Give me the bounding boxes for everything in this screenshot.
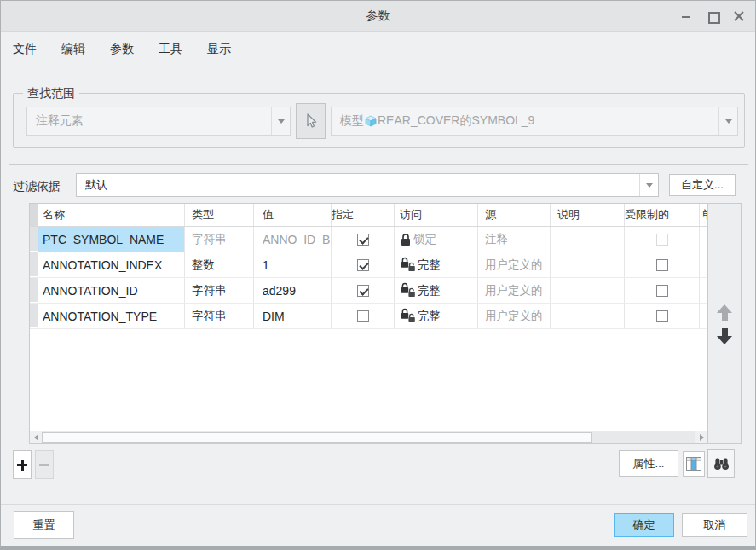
lock-pair-icon <box>400 257 416 273</box>
cell-access[interactable]: 完整 <box>395 304 478 328</box>
menu-item-4[interactable]: 显示 <box>207 42 231 57</box>
model-dropdown: 模型 REAR_COVER的SYMBOL_9 <box>331 107 738 136</box>
restricted-checkbox[interactable] <box>656 259 668 271</box>
cell-restricted <box>625 304 700 328</box>
cell-description[interactable] <box>551 252 625 277</box>
column-header-7[interactable]: 受限制的 <box>625 204 700 226</box>
column-header-1[interactable]: 类型 <box>185 204 254 226</box>
minimize-icon[interactable] <box>681 11 692 22</box>
columns-button[interactable] <box>683 451 705 477</box>
designated-checkbox[interactable] <box>357 310 369 322</box>
cell-description[interactable] <box>551 278 625 303</box>
cell-unit[interactable] <box>700 227 708 252</box>
cell-value[interactable]: ANNO_ID_B <box>254 227 332 252</box>
cell-value[interactable]: ad299 <box>254 278 332 303</box>
header-gutter <box>30 204 38 226</box>
properties-button[interactable]: 属性... <box>619 450 678 477</box>
cancel-button[interactable]: 取消 <box>682 513 747 537</box>
table-body: PTC_SYMBOL_NAME字符串ANNO_ID_B锁定注释ANNOTATIO… <box>30 227 707 329</box>
table-row: ANNOTATION_TYPE字符串DIM完整用户定义的 <box>30 304 707 329</box>
cell-source[interactable]: 用户定义的 <box>478 278 551 303</box>
cell-designated <box>332 304 395 328</box>
row-gutter[interactable] <box>30 252 38 277</box>
add-parameter-button[interactable] <box>13 450 32 479</box>
model-prefix-label: 模型 <box>340 113 364 129</box>
close-icon[interactable] <box>734 11 745 22</box>
arrow-up-icon <box>717 304 732 321</box>
table-row: PTC_SYMBOL_NAME字符串ANNO_ID_B锁定注释 <box>30 227 707 252</box>
cell-name[interactable]: ANNOTATION_TYPE <box>38 304 185 328</box>
ok-button-label: 确定 <box>633 518 655 533</box>
cell-description[interactable] <box>551 304 625 328</box>
menu-item-2[interactable]: 参数 <box>110 42 134 57</box>
lock-icon <box>400 233 412 246</box>
cancel-button-label: 取消 <box>704 518 726 533</box>
column-header-4[interactable]: 访问 <box>395 204 478 226</box>
row-gutter[interactable] <box>30 278 38 303</box>
remove-parameter-button <box>35 450 54 479</box>
row-gutter[interactable] <box>30 227 38 252</box>
scroll-left-icon[interactable] <box>30 431 42 443</box>
table-columns-icon <box>686 457 701 471</box>
menu-item-1[interactable]: 编辑 <box>61 42 85 57</box>
designated-checkbox[interactable] <box>357 259 369 271</box>
designated-checkbox[interactable] <box>357 234 369 246</box>
reorder-strip <box>708 203 742 444</box>
restricted-checkbox[interactable] <box>656 310 668 322</box>
maximize-icon[interactable] <box>707 11 718 22</box>
column-header-3[interactable]: 指定 <box>332 204 395 226</box>
menu-item-0[interactable]: 文件 <box>13 42 37 57</box>
cell-name[interactable]: ANNOTATION_ID <box>38 278 185 303</box>
find-button[interactable] <box>707 449 735 478</box>
menu-item-3[interactable]: 工具 <box>159 42 182 57</box>
column-header-6[interactable]: 说明 <box>551 204 625 226</box>
restricted-checkbox[interactable] <box>656 285 668 297</box>
lock-pair-icon <box>400 282 416 298</box>
access-label: 完整 <box>418 283 441 298</box>
cursor-arrow-icon <box>303 113 318 130</box>
model-value: REAR_COVER的SYMBOL_9 <box>378 113 534 129</box>
customize-button-label: 自定义... <box>681 177 724 193</box>
cell-access[interactable]: 完整 <box>395 278 478 303</box>
look-in-dropdown: 注释元素 <box>26 107 291 136</box>
column-header-2[interactable]: 值 <box>254 204 332 226</box>
scroll-right-icon[interactable] <box>695 431 707 443</box>
cell-type[interactable]: 字符串 <box>185 227 254 252</box>
filter-by-label: 过滤依据 <box>13 179 61 194</box>
cell-source[interactable]: 用户定义的 <box>478 252 551 277</box>
cell-source[interactable]: 用户定义的 <box>478 304 551 328</box>
arrow-down-icon[interactable] <box>717 328 732 344</box>
cell-unit[interactable] <box>700 304 708 328</box>
cell-restricted <box>625 278 700 303</box>
row-gutter[interactable] <box>30 304 38 328</box>
cell-access[interactable]: 完整 <box>395 252 478 277</box>
scrollbar-thumb[interactable] <box>42 432 592 443</box>
column-header-0[interactable]: 名称 <box>38 204 185 226</box>
customize-button[interactable]: 自定义... <box>669 174 736 196</box>
cell-value[interactable]: 1 <box>254 252 332 277</box>
cell-name[interactable]: PTC_SYMBOL_NAME <box>38 227 185 252</box>
select-items-button[interactable] <box>296 103 326 139</box>
cell-unit[interactable] <box>700 252 708 277</box>
access-label: 完整 <box>418 258 441 273</box>
cell-access[interactable]: 锁定 <box>395 227 478 252</box>
chevron-down-icon <box>271 107 290 135</box>
cell-name[interactable]: ANNOTATION_INDEX <box>38 252 185 277</box>
cell-value[interactable]: DIM <box>254 304 332 328</box>
reset-button[interactable]: 重置 <box>14 511 74 539</box>
cell-type[interactable]: 字符串 <box>185 278 254 303</box>
column-header-5[interactable]: 源 <box>478 204 551 226</box>
column-header-8[interactable]: 单 <box>700 204 708 226</box>
table-row: ANNOTATION_INDEX整数1完整用户定义的 <box>30 252 707 278</box>
cell-type[interactable]: 整数 <box>185 252 254 277</box>
filter-dropdown[interactable]: 默认 <box>76 173 659 197</box>
access-label: 完整 <box>418 309 441 324</box>
cell-unit[interactable] <box>700 278 708 303</box>
footer-separator <box>1 504 755 505</box>
horizontal-scrollbar[interactable] <box>30 431 707 443</box>
cell-description[interactable] <box>551 227 625 252</box>
designated-checkbox[interactable] <box>357 285 369 297</box>
cell-source[interactable]: 注释 <box>478 227 551 252</box>
ok-button[interactable]: 确定 <box>614 513 674 537</box>
cell-type[interactable]: 字符串 <box>185 304 254 328</box>
